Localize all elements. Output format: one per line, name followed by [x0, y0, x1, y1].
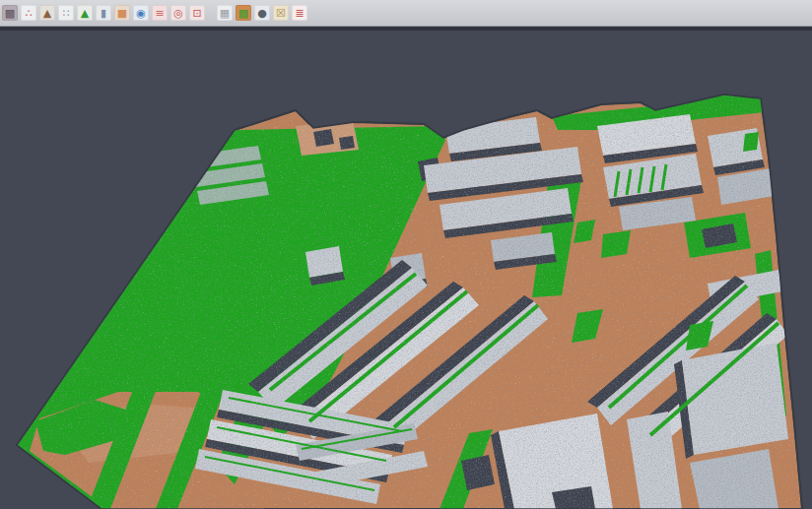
profile-icon[interactable]: ▮: [96, 5, 111, 21]
point-cloud-scene[interactable]: [0, 0, 812, 509]
attribute-table-icon-glyph: ≡: [155, 8, 164, 19]
legend-icon[interactable]: ≣: [292, 5, 307, 21]
render-sphere-icon[interactable]: ●: [254, 5, 270, 21]
grid-icon-glyph: ▦: [220, 8, 230, 19]
point-cloud-icon-glyph: ∷: [63, 8, 70, 19]
legend-icon-glyph: ≣: [295, 8, 304, 19]
main-toolbar: ▩∴▲∷▲▮■◉≡◎⊡▦▩●☒≣: [0, 0, 812, 27]
terrain-content: [0, 0, 812, 509]
target-icon[interactable]: ◎: [170, 5, 186, 21]
noise-light-overlay: [0, 0, 812, 509]
profile-icon-glyph: ▮: [101, 8, 106, 19]
toolbar-shadow-strip: [0, 27, 812, 31]
target-icon-glyph: ◎: [173, 8, 183, 19]
grid-icon[interactable]: ▦: [217, 5, 233, 21]
clip-box-icon[interactable]: ☒: [273, 5, 289, 21]
classification-icon-glyph: ▩: [238, 8, 248, 19]
viewport-3d[interactable]: [0, 0, 812, 509]
application-window: ▩∴▲∷▲▮■◉≡◎⊡▦▩●☒≣: [0, 0, 812, 509]
globe-icon[interactable]: ◉: [133, 5, 149, 21]
point-cloud-icon[interactable]: ∷: [58, 5, 74, 21]
select-extent-icon-glyph: ⊡: [192, 8, 201, 19]
raster-tools-icon[interactable]: ▩: [2, 5, 18, 21]
classification-icon[interactable]: ▩: [236, 5, 251, 21]
terrain-model-icon[interactable]: ▲: [77, 5, 93, 21]
raster-tools-icon-glyph: ▩: [5, 8, 15, 19]
terrain-model-icon-glyph: ▲: [81, 8, 89, 19]
render-sphere-icon-glyph: ●: [257, 8, 267, 19]
select-extent-icon[interactable]: ⊡: [189, 5, 205, 21]
toolbar-group-separator: [208, 5, 214, 21]
scatter-points-icon-glyph: ∴: [26, 8, 33, 19]
clip-box-icon-glyph: ☒: [276, 8, 286, 19]
tin-mesh-icon-glyph: ▲: [43, 8, 51, 19]
attribute-table-icon[interactable]: ≡: [152, 5, 168, 21]
globe-icon-glyph: ◉: [136, 8, 146, 19]
orthophoto-icon[interactable]: ■: [114, 5, 130, 21]
scatter-points-icon[interactable]: ∴: [21, 5, 36, 21]
orthophoto-icon-glyph: ■: [117, 8, 127, 19]
tin-mesh-icon[interactable]: ▲: [39, 5, 55, 21]
